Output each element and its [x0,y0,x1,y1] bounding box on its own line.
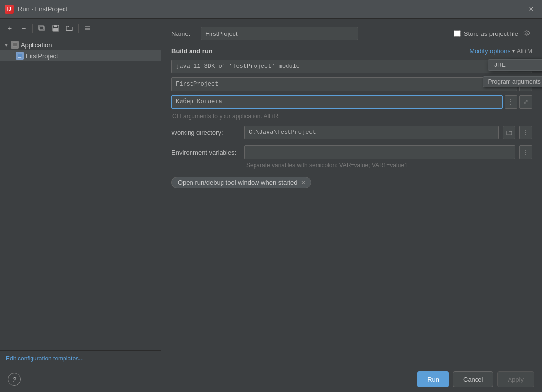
jdk-value: java 11 SDK of 'TestProject' module [176,63,300,70]
application-label: Application [21,41,52,49]
program-args-hint: Program arguments Alt+R [483,76,542,87]
gear-icon[interactable] [521,28,532,39]
program-args-row: ⋮ ⤢ [171,95,532,109]
sidebar: + − [0,19,161,366]
svg-rect-11 [18,54,22,57]
add-config-button[interactable]: + [4,22,16,34]
cancel-button[interactable]: Cancel [453,371,493,387]
env-vars-input[interactable] [244,145,515,159]
env-vars-edit-icon[interactable]: ⋮ [519,145,532,159]
tree-item-firstproject[interactable]: FirstProject [0,50,161,61]
jre-label: JRE [494,62,506,68]
title-bar: IJ Run - FirstProject × [0,0,542,19]
sidebar-toolbar: + − [0,19,161,37]
edit-templates-link[interactable]: Edit configuration templates... [6,355,84,362]
name-label: Name: [171,30,201,37]
config-tree: ▼ Application [0,37,161,350]
folder-config-button[interactable] [64,22,75,34]
working-dir-row: Working directory: ⋮ [171,126,532,139]
jdk-row: java 11 SDK of 'TestProject' module ▾ Ma… [171,60,532,73]
open-debug-close-icon[interactable]: ✕ [301,179,306,186]
modify-options-popup: JRE Alt+J [488,59,542,71]
jre-option[interactable]: JRE Alt+J [488,60,542,70]
chevron-down-icon: ▾ [512,48,515,54]
toolbar-sep2 [78,24,79,33]
build-run-title: Build and run [171,47,213,55]
help-button[interactable]: ? [8,373,21,386]
svg-rect-1 [39,25,43,30]
main-class-input[interactable] [171,77,517,91]
toolbar-sep1 [32,24,33,33]
env-vars-row: Environment variables: ⋮ [171,145,532,159]
name-row: Name: Store as project file [171,27,532,40]
save-config-button[interactable] [50,22,62,34]
modify-options-row: Modify options ▾ Alt+M [469,47,532,55]
chevron-down-icon: ▼ [4,42,9,48]
remove-config-button[interactable]: − [18,22,30,34]
modify-shortcut-label: Alt+M [517,48,532,55]
window-title: Run - FirstProject [18,5,521,13]
open-debug-chip: Open run/debug tool window when started … [171,177,311,188]
store-project-label: Store as project file [464,30,518,37]
env-vars-label: Environment variables: [171,149,240,156]
store-project-checkbox[interactable] [454,30,461,37]
prog-args-copy-icon[interactable]: ⋮ [505,95,517,109]
close-button[interactable]: × [525,3,537,15]
program-args-input[interactable] [171,95,503,109]
prog-args-expand-icon[interactable]: ⤢ [519,95,532,109]
run-button[interactable]: Run [417,371,449,387]
sort-config-button[interactable] [82,22,94,34]
copy-config-button[interactable] [36,22,48,34]
name-input[interactable] [201,27,358,40]
sidebar-footer: Edit configuration templates... [0,350,161,366]
sep-hint: Separate variables with semicolon: VAR=v… [171,162,532,169]
firstproject-config-label: FirstProject [26,52,58,60]
config-icon [16,52,24,60]
modify-options-container: Modify options ▾ Alt+M JRE Alt+J [469,47,532,55]
jdk-dropdown[interactable]: java 11 SDK of 'TestProject' module ▾ [171,60,532,73]
working-dir-label: Working directory: [171,129,240,136]
form-panel: Name: Store as project file Build and ru… [161,19,542,366]
tree-item-application[interactable]: ▼ Application [0,39,161,50]
open-debug-label: Open run/debug tool window when started [178,179,298,186]
apply-button[interactable]: Apply [497,371,534,387]
modify-options-link[interactable]: Modify options [469,47,510,55]
store-project-row: Store as project file [454,28,532,39]
working-dir-folder-icon[interactable] [503,126,515,139]
svg-rect-4 [53,28,58,31]
cli-hint: CLI arguments to your application. Alt+R [171,113,532,120]
svg-rect-3 [54,25,57,27]
open-debug-row: Open run/debug tool window when started … [171,177,532,188]
working-dir-input[interactable] [244,126,499,139]
build-run-section-header: Build and run Modify options ▾ Alt+M JRE… [171,47,532,55]
main-class-row: ⋮ Program arguments Alt+R [171,77,532,91]
bottom-bar: ? Run Cancel Apply [0,366,542,392]
svg-rect-9 [13,43,17,46]
application-icon [11,41,19,49]
svg-rect-0 [40,26,44,31]
app-icon: IJ [5,5,14,14]
working-dir-edit-icon[interactable]: ⋮ [519,126,532,139]
